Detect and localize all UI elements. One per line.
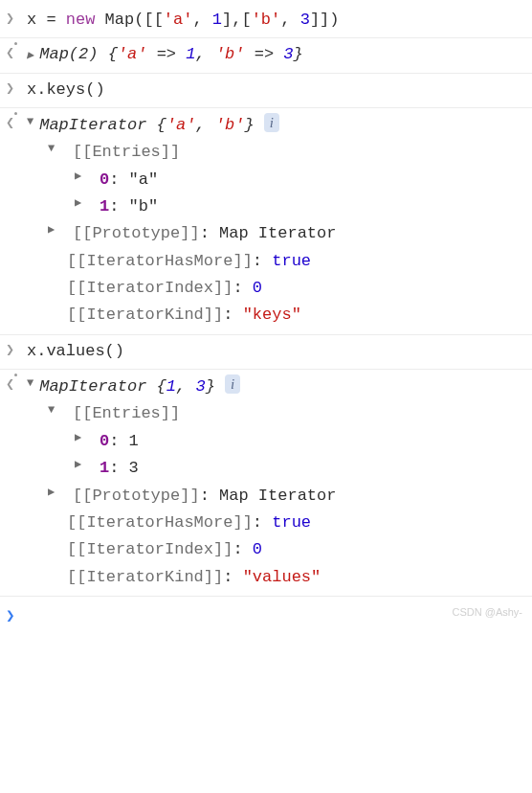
- entry-item[interactable]: 0: 1: [75, 428, 526, 455]
- entry-item[interactable]: 0: "a": [75, 167, 526, 193]
- console-input-row: ❯ x.keys(): [0, 74, 532, 108]
- collapse-icon[interactable]: [48, 140, 67, 158]
- input-code: x.values(): [27, 339, 526, 364]
- console-prompt-row[interactable]: ❯ CSDN @Ashy-: [0, 597, 532, 634]
- input-code: x.keys(): [27, 78, 526, 102]
- collapse-icon[interactable]: [27, 113, 33, 131]
- entry-item[interactable]: 1: 3: [75, 455, 526, 482]
- expand-icon[interactable]: [48, 221, 67, 239]
- collapse-icon[interactable]: [27, 374, 33, 393]
- input-chevron-icon: ❯: [6, 339, 27, 362]
- watermark: CSDN @Ashy-: [452, 604, 522, 621]
- internal-slot-row: [[IteratorKind]]: "keys": [48, 302, 526, 329]
- console-output-row: ❮ MapIterator {'a', 'b'} i [[Entries]] 0…: [0, 108, 532, 335]
- info-icon[interactable]: i: [225, 374, 240, 394]
- expand-icon[interactable]: [75, 429, 94, 447]
- info-icon[interactable]: i: [264, 113, 279, 132]
- input-code: x = new Map([['a', 1],['b', 3]]): [27, 8, 526, 33]
- prompt-chevron-icon: ❯: [6, 604, 27, 629]
- entry-item[interactable]: 1: "b": [75, 193, 526, 220]
- collapse-icon[interactable]: [48, 401, 67, 419]
- expand-icon[interactable]: [75, 194, 94, 213]
- output-chevron-icon: ❮: [6, 42, 27, 65]
- output-object: MapIterator {1, 3} i [[Entries]] 0: 1 1:…: [27, 374, 526, 591]
- internal-slot-row: [[IteratorIndex]]: 0: [48, 536, 526, 563]
- output-chevron-icon: ❮: [6, 374, 27, 396]
- expand-icon[interactable]: [75, 456, 94, 474]
- expand-icon[interactable]: [27, 47, 33, 65]
- output-summary[interactable]: Map(2) {'a' => 1, 'b' => 3}: [27, 42, 526, 67]
- expand-icon[interactable]: [75, 168, 94, 186]
- console-output-row: ❮ Map(2) {'a' => 1, 'b' => 3}: [0, 38, 532, 73]
- internal-slot-row: [[IteratorIndex]]: 0: [48, 275, 526, 302]
- input-chevron-icon: ❯: [6, 78, 27, 101]
- output-summary[interactable]: MapIterator {'a', 'b'} i: [27, 112, 526, 139]
- entries-group[interactable]: [[Entries]]: [48, 400, 526, 427]
- input-chevron-icon: ❯: [6, 8, 27, 31]
- output-chevron-icon: ❮: [6, 112, 27, 135]
- internal-slot-row: [[IteratorHasMore]]: true: [48, 248, 526, 275]
- output-summary[interactable]: MapIterator {1, 3} i: [27, 374, 526, 400]
- internal-slot-row: [[IteratorHasMore]]: true: [48, 510, 526, 536]
- prototype-row[interactable]: [[Prototype]]: Map Iterator: [48, 220, 526, 247]
- prototype-row[interactable]: [[Prototype]]: Map Iterator: [48, 483, 526, 510]
- entries-group[interactable]: [[Entries]]: [48, 139, 526, 166]
- console-input-row: ❯ x.values(): [0, 335, 532, 370]
- expand-icon[interactable]: [48, 484, 67, 502]
- internal-slot-row: [[IteratorKind]]: "values": [48, 564, 526, 591]
- console-input-row: ❯ x = new Map([['a', 1],['b', 3]]): [0, 4, 532, 38]
- output-object: MapIterator {'a', 'b'} i [[Entries]] 0: …: [27, 112, 526, 329]
- console-output-row: ❮ MapIterator {1, 3} i [[Entries]] 0: 1 …: [0, 370, 532, 597]
